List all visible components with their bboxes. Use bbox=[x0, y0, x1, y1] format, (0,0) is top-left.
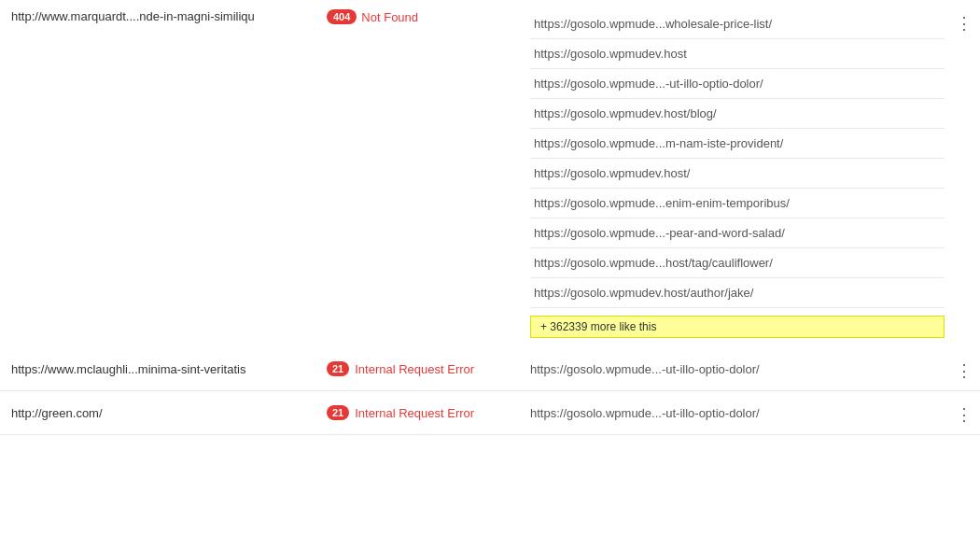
status-col: 404 Not Found bbox=[327, 9, 523, 24]
right-url-item[interactable]: https://gosolo.wpmudev.host/author/jake/ bbox=[530, 278, 945, 308]
actions-col: ⋮ bbox=[952, 9, 980, 34]
source-url-col: https://www.mclaughli...minima-sint-veri… bbox=[0, 362, 327, 376]
status-text: Not Found bbox=[361, 10, 418, 24]
table-row: http://www.marquardt....nde-in-magni-sim… bbox=[0, 0, 980, 347]
actions-col: ⋮ bbox=[952, 357, 980, 381]
table-row: http://green.com/ 21 Internal Request Er… bbox=[0, 391, 980, 435]
source-url: http://green.com/ bbox=[11, 406, 103, 420]
source-url: http://www.marquardt....nde-in-magni-sim… bbox=[11, 9, 255, 23]
source-url-col: http://www.marquardt....nde-in-magni-sim… bbox=[0, 9, 327, 23]
status-text: Internal Request Error bbox=[355, 406, 474, 420]
right-url-item[interactable]: https://gosolo.wpmude...enim-enim-tempor… bbox=[530, 189, 945, 218]
more-like-this-badge[interactable]: + 362339 more like this bbox=[530, 316, 945, 338]
source-url: https://www.mclaughli...minima-sint-veri… bbox=[11, 362, 245, 376]
badge-number: 21 bbox=[327, 361, 349, 376]
row-actions-button[interactable]: ⋮ bbox=[952, 404, 977, 425]
status-badge: 404 Not Found bbox=[327, 9, 418, 24]
right-url-item[interactable]: https://gosolo.wpmudev.host/blog/ bbox=[530, 99, 945, 129]
source-url-col: http://green.com/ bbox=[0, 406, 327, 420]
right-url-col[interactable]: https://gosolo.wpmude...-ut-illo-optio-d… bbox=[523, 406, 952, 420]
right-url-item[interactable]: https://gosolo.wpmude...m-nam-iste-provi… bbox=[530, 129, 945, 159]
right-url-item[interactable]: https://gosolo.wpmude...host/tag/caulifl… bbox=[530, 248, 945, 278]
status-col: 21 Internal Request Error bbox=[327, 405, 523, 420]
right-urls-col: https://gosolo.wpmude...wholesale-price-… bbox=[523, 9, 952, 338]
right-url-item[interactable]: https://gosolo.wpmude...-ut-illo-optio-d… bbox=[530, 69, 945, 99]
row-actions-button[interactable]: ⋮ bbox=[952, 360, 977, 381]
table-row: https://www.mclaughli...minima-sint-veri… bbox=[0, 347, 980, 391]
right-url-item[interactable]: https://gosolo.wpmudev.host bbox=[530, 39, 945, 69]
badge-number: 21 bbox=[327, 405, 349, 420]
right-url-item[interactable]: https://gosolo.wpmudev.host/ bbox=[530, 159, 945, 189]
right-url-item[interactable]: https://gosolo.wpmude...wholesale-price-… bbox=[530, 9, 945, 39]
status-text: Internal Request Error bbox=[355, 362, 474, 376]
actions-col: ⋮ bbox=[952, 401, 980, 425]
row-actions-button[interactable]: ⋮ bbox=[952, 13, 977, 34]
right-url-list: https://gosolo.wpmude...wholesale-price-… bbox=[530, 9, 945, 308]
right-url-item[interactable]: https://gosolo.wpmude...-pear-and-word-s… bbox=[530, 218, 945, 248]
right-url-col[interactable]: https://gosolo.wpmude...-ut-illo-optio-d… bbox=[523, 362, 952, 376]
status-col: 21 Internal Request Error bbox=[327, 361, 523, 376]
rows-container: http://www.marquardt....nde-in-magni-sim… bbox=[0, 0, 980, 435]
badge-number: 404 bbox=[327, 9, 357, 24]
